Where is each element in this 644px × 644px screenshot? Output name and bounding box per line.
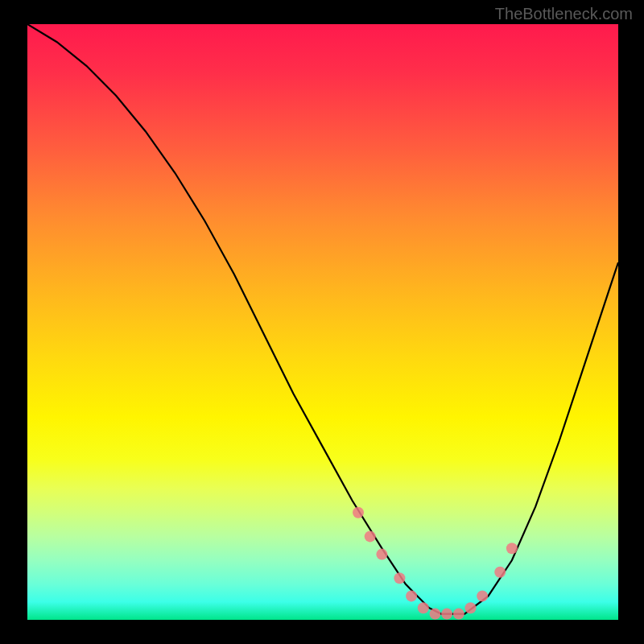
marker-point (494, 567, 506, 578)
plot-area (27, 24, 618, 620)
watermark-text: TheBottleneck.com (495, 5, 633, 23)
marker-point (418, 602, 429, 613)
marker-point (376, 549, 387, 560)
marker-layer (353, 507, 518, 620)
chart-svg (27, 24, 618, 620)
marker-point (353, 507, 364, 518)
bottleneck-curve (27, 24, 618, 614)
marker-point (506, 543, 518, 554)
curve-layer (27, 24, 618, 614)
marker-point (465, 602, 477, 613)
marker-point (430, 609, 441, 620)
marker-point (477, 590, 488, 601)
marker-point (365, 530, 376, 542)
marker-point (394, 572, 405, 584)
marker-point (441, 609, 452, 620)
marker-point (406, 590, 417, 601)
marker-point (453, 609, 464, 620)
